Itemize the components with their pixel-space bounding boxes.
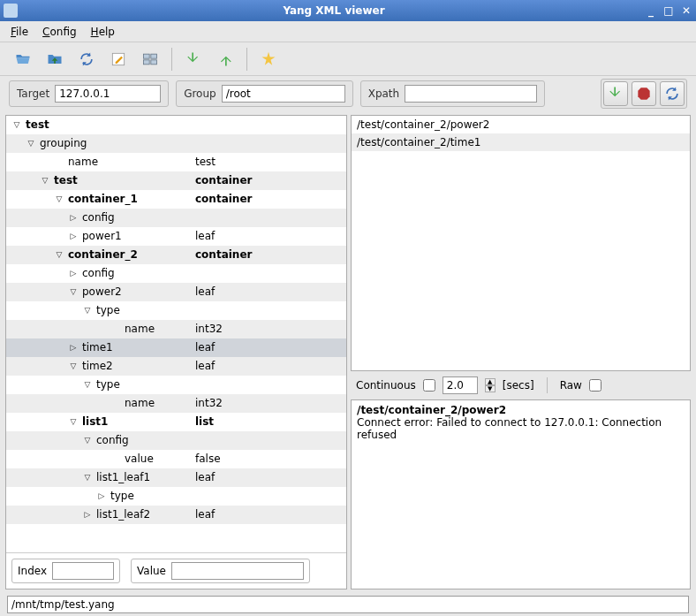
spin-down-icon[interactable]: ▼ [485, 385, 496, 392]
collapse-icon[interactable]: ▽ [40, 175, 50, 186]
xpath-input[interactable] [405, 85, 537, 103]
collapse-icon[interactable]: ▽ [54, 249, 64, 260]
collapse-icon[interactable]: ▽ [82, 435, 93, 445]
expand-icon[interactable]: ▷ [68, 342, 79, 353]
tree-row[interactable]: ▽type [6, 301, 346, 320]
download-button[interactable] [181, 47, 206, 72]
svg-rect-3 [144, 59, 150, 64]
index-label: Index [18, 565, 47, 577]
xpath-list[interactable]: /test/container_2/power2/test/container_… [351, 115, 691, 371]
tree-row[interactable]: ▽container_1container [6, 190, 346, 209]
tree-row[interactable]: ▽grouping [6, 134, 346, 153]
value-group: Value [131, 559, 310, 583]
action-buttons [601, 79, 687, 109]
spin-up-icon[interactable]: ▲ [485, 378, 496, 385]
tree-panel: ▽test▽groupingnametest▽testcontainer▽con… [5, 115, 347, 589]
tree-row[interactable]: ▽test [6, 116, 346, 134]
star-button[interactable] [256, 47, 281, 72]
tree-row[interactable]: ▷power1leaf [6, 227, 346, 246]
menu-help[interactable]: Help [86, 24, 120, 40]
collapse-icon[interactable]: ▽ [11, 119, 22, 130]
collapse-icon[interactable]: ▽ [82, 379, 93, 390]
table-view-button[interactable] [138, 47, 163, 72]
edit-button[interactable] [106, 47, 131, 72]
tree-node-name: test [54, 174, 78, 186]
tree-row[interactable]: nameint32 [6, 394, 346, 413]
collapse-icon[interactable]: ▽ [26, 138, 36, 148]
tree-row[interactable]: ▽config [6, 431, 346, 450]
tree-row[interactable]: nametest [6, 153, 346, 171]
maximize-button[interactable]: □ [662, 4, 675, 17]
menu-file[interactable]: File [5, 24, 34, 40]
target-group: Target [9, 80, 169, 107]
star-icon [260, 50, 277, 68]
expand-icon[interactable]: ▷ [68, 268, 79, 278]
collapse-icon[interactable]: ▽ [68, 361, 79, 371]
tree-row[interactable]: ▷config [6, 264, 346, 283]
tree-row[interactable]: nameint32 [6, 320, 346, 338]
collapse-icon[interactable]: ▽ [54, 194, 64, 204]
xpath-item[interactable]: /test/container_2/power2 [352, 116, 690, 133]
svg-rect-2 [151, 54, 157, 58]
tree-row[interactable]: ▽type [6, 376, 346, 394]
menu-config[interactable]: Config [37, 24, 82, 40]
collapse-icon[interactable]: ▽ [68, 416, 79, 427]
expand-icon[interactable]: ▷ [82, 509, 93, 520]
collapse-icon[interactable]: ▽ [82, 472, 93, 483]
status-path-input[interactable] [7, 596, 689, 613]
value-input[interactable] [171, 562, 304, 580]
log-area: /test/container_2/power2 Connect error: … [351, 399, 691, 589]
fetch-button[interactable] [603, 81, 628, 106]
tree-node-name: test [26, 118, 49, 131]
tree-node-name: name [68, 156, 98, 168]
save-file-button[interactable] [42, 47, 67, 72]
tree-row[interactable]: ▽time2leaf [6, 357, 346, 376]
expand-icon[interactable]: ▷ [68, 231, 79, 241]
expand-icon[interactable]: ▷ [68, 212, 79, 223]
reload-button[interactable] [660, 81, 685, 106]
tree-node-name: grouping [40, 137, 87, 149]
continuous-checkbox[interactable] [423, 379, 435, 392]
collapse-icon[interactable]: ▽ [68, 286, 79, 297]
interval-input[interactable] [443, 376, 478, 394]
index-input[interactable] [52, 562, 114, 580]
group-group: Group [176, 80, 353, 107]
folder-open-icon [14, 50, 32, 68]
yang-tree[interactable]: ▽test▽groupingnametest▽testcontainer▽con… [6, 116, 346, 552]
interval-spinner[interactable]: ▲▼ [485, 378, 496, 392]
minimize-button[interactable]: _ [645, 4, 657, 17]
open-file-button[interactable] [11, 47, 35, 72]
window-titlebar: Yang XML viewer _ □ ✕ [0, 0, 696, 21]
target-input[interactable] [55, 85, 161, 103]
upload-button[interactable] [213, 47, 238, 72]
refresh-icon [78, 50, 95, 68]
collapse-icon[interactable]: ▽ [82, 305, 93, 316]
stop-button[interactable] [632, 81, 656, 106]
tree-row[interactable]: ▷type [6, 487, 346, 506]
value-label: Value [137, 565, 166, 577]
tree-node-value: container [192, 248, 346, 261]
tree-row[interactable]: valuefalse [6, 450, 346, 468]
tree-row[interactable]: ▷time1leaf [6, 338, 346, 357]
expand-icon[interactable]: ▷ [96, 491, 107, 501]
group-input[interactable] [222, 85, 345, 103]
close-button[interactable]: ✕ [680, 4, 692, 17]
tree-row[interactable]: ▽container_2container [6, 246, 346, 264]
raw-label: Raw [560, 379, 582, 392]
tree-row[interactable]: ▽list1_leaf1leaf [6, 468, 346, 487]
raw-checkbox[interactable] [589, 379, 601, 392]
refresh-button[interactable] [74, 47, 99, 72]
tree-node-value: leaf [192, 471, 346, 483]
tree-row[interactable]: ▽list1list [6, 413, 346, 431]
tree-node-value: list [192, 415, 346, 428]
refresh-icon [663, 85, 681, 103]
tree-row[interactable]: ▷config [6, 209, 346, 227]
stop-icon [635, 85, 653, 103]
tree-node-name: container_1 [68, 193, 138, 205]
xpath-item[interactable]: /test/container_2/time1 [352, 133, 690, 151]
tree-row[interactable]: ▷list1_leaf2leaf [6, 506, 346, 524]
tree-node-name: type [96, 304, 120, 316]
tree-row[interactable]: ▽power2leaf [6, 283, 346, 301]
tree-row[interactable]: ▽testcontainer [6, 171, 346, 190]
svg-rect-4 [151, 59, 157, 64]
